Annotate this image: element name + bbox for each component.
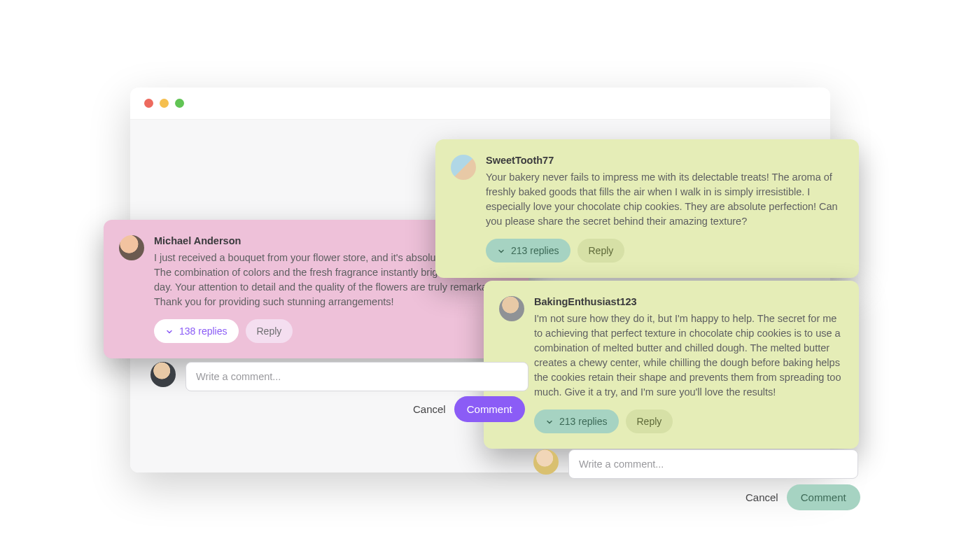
reply-button[interactable]: Reply (626, 410, 673, 433)
comment-author: SweetTooth77 (486, 155, 842, 166)
replies-toggle[interactable]: 138 replies (154, 319, 239, 343)
compose-row: Write a comment... (150, 362, 528, 391)
comment-card-reply: BakingEnthusiast123 I'm not sure how the… (484, 281, 859, 449)
replies-toggle[interactable]: 213 replies (486, 239, 570, 262)
comment-submit-button[interactable]: Comment (454, 396, 525, 422)
avatar (119, 235, 144, 260)
replies-toggle[interactable]: 213 replies (534, 410, 619, 433)
reply-button[interactable]: Reply (578, 239, 625, 262)
comment-card-bakery: SweetTooth77 Your bakery never fails to … (435, 139, 859, 278)
cancel-button[interactable]: Cancel (413, 403, 446, 415)
replies-count: 213 replies (511, 245, 559, 256)
comment-body: Your bakery never fails to impress me wi… (486, 170, 842, 229)
chevron-down-icon (545, 417, 554, 426)
window-titlebar (130, 88, 830, 120)
reply-button[interactable]: Reply (246, 319, 293, 343)
close-icon[interactable] (144, 99, 153, 108)
comment-input[interactable]: Write a comment... (568, 449, 858, 479)
comment-author: BakingEnthusiast123 (534, 296, 842, 307)
replies-count: 213 replies (559, 416, 608, 427)
comment-submit-button[interactable]: Comment (787, 484, 860, 510)
avatar (150, 362, 176, 387)
reply-label: Reply (637, 416, 662, 427)
cancel-button[interactable]: Cancel (746, 491, 778, 503)
reply-label: Reply (257, 326, 282, 337)
compose-actions: Cancel Comment (413, 396, 525, 422)
maximize-icon[interactable] (175, 99, 184, 108)
minimize-icon[interactable] (160, 99, 169, 108)
reply-label: Reply (589, 245, 614, 256)
comment-input[interactable]: Write a comment... (186, 362, 528, 391)
comment-body: I'm not sure how they do it, but I'm hap… (534, 312, 842, 400)
avatar (499, 296, 524, 321)
avatar (451, 155, 476, 180)
chevron-down-icon (497, 246, 505, 255)
avatar (533, 449, 559, 475)
compose-row: Write a comment... (533, 449, 858, 479)
replies-count: 138 replies (179, 326, 227, 337)
window-controls (144, 99, 184, 108)
chevron-down-icon (165, 327, 174, 335)
compose-actions: Cancel Comment (746, 484, 860, 510)
